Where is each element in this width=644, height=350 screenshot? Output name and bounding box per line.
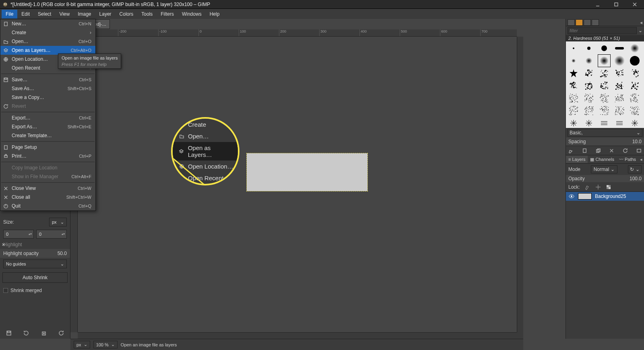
menu-tools[interactable]: Tools	[137, 10, 157, 19]
brush-filter-input[interactable]	[568, 27, 637, 34]
layer-name[interactable]: Background25	[595, 194, 626, 199]
menu-edit[interactable]: Edit	[17, 10, 34, 19]
brush-swatch[interactable]	[613, 117, 625, 129]
window-maximize-button[interactable]	[607, 0, 625, 9]
brush-swatch[interactable]	[583, 80, 595, 92]
brush-swatch[interactable]	[583, 105, 595, 117]
guides-select[interactable]: No guides⌄	[3, 259, 67, 268]
menu-view[interactable]: View	[55, 10, 74, 19]
brush-swatch[interactable]	[568, 117, 580, 129]
menu-item-close-view[interactable]: Close ViewCtrl+W	[0, 184, 95, 193]
duplicate-brush-icon[interactable]	[596, 148, 601, 153]
brush-swatch[interactable]	[583, 67, 595, 79]
brush-swatch[interactable]	[613, 80, 625, 92]
menu-item-new[interactable]: New…Ctrl+N	[0, 19, 95, 28]
edit-brush-icon[interactable]	[568, 148, 574, 153]
tab-layers[interactable]: ≡Layers	[566, 156, 588, 163]
window-close-button[interactable]	[625, 0, 644, 9]
lock-position-icon[interactable]	[595, 184, 601, 190]
tab-channels[interactable]: ▦Channels	[588, 156, 616, 163]
image-canvas[interactable]	[247, 153, 367, 191]
menu-item-open[interactable]: Open…Ctrl+O	[0, 37, 95, 46]
dock-menu-icon[interactable]: ◂	[640, 20, 642, 25]
spacing-value[interactable]: 10.0	[632, 139, 642, 144]
menu-item-save-as[interactable]: Save As…Shift+Ctrl+S	[0, 84, 95, 93]
brush-grid[interactable]	[566, 41, 644, 128]
menu-colors[interactable]: Colors	[116, 10, 138, 19]
status-unit-select[interactable]: px ⌄	[74, 341, 90, 348]
menu-item-create-template[interactable]: Create Template…	[0, 131, 95, 140]
brush-swatch[interactable]	[629, 67, 641, 79]
menu-item-export-as[interactable]: Export As…Shift+Ctrl+E	[0, 122, 95, 131]
brush-swatch[interactable]	[598, 105, 610, 117]
brush-swatch[interactable]	[583, 55, 595, 67]
delete-brush-icon[interactable]	[609, 148, 614, 153]
brush-swatch[interactable]	[629, 117, 641, 129]
size-unit-select[interactable]: px⌄	[49, 218, 67, 226]
close-dock-icon[interactable]: ✕	[2, 242, 5, 247]
blend-mode-select[interactable]: Normal⌄	[591, 165, 618, 173]
menu-help[interactable]: Help	[206, 10, 224, 19]
pos-x-input[interactable]: 0	[3, 230, 34, 239]
dock-tab-icon[interactable]	[584, 19, 591, 26]
new-brush-icon[interactable]	[582, 148, 587, 153]
menu-file[interactable]: File	[2, 10, 17, 19]
brush-swatch[interactable]	[629, 105, 641, 117]
horizontal-ruler[interactable]: -300-200-1000100200300400500600700	[78, 29, 517, 37]
horizontal-scrollbar[interactable]	[78, 332, 517, 339]
dock-menu-icon[interactable]: ◂	[640, 157, 644, 162]
lock-pixels-icon[interactable]	[585, 184, 590, 190]
dock-tab-icon[interactable]	[576, 19, 583, 26]
brush-swatch[interactable]	[583, 92, 595, 104]
canvas-viewport[interactable]: CreateOpen…Open as Layers…Open Location……	[78, 37, 517, 332]
brush-swatch[interactable]	[598, 92, 610, 104]
menu-layer[interactable]: Layer	[95, 10, 116, 19]
brush-swatch[interactable]	[613, 92, 625, 104]
brush-swatch[interactable]	[568, 67, 580, 79]
window-minimize-button[interactable]	[588, 0, 607, 9]
tab-paths[interactable]: 〰Paths	[617, 156, 638, 163]
visibility-eye-icon[interactable]	[568, 193, 575, 200]
auto-shrink-button[interactable]: Auto Shrink	[2, 272, 68, 283]
navigation-corner-icon[interactable]	[517, 332, 523, 339]
brush-swatch[interactable]	[568, 92, 580, 104]
dock-tab-icon[interactable]	[592, 19, 599, 26]
menu-item-page-setup[interactable]: Page Setup	[0, 143, 95, 152]
brush-swatch[interactable]	[613, 67, 625, 79]
brush-swatch[interactable]	[568, 55, 580, 67]
brush-swatch[interactable]	[568, 105, 580, 117]
brush-swatch[interactable]	[629, 55, 641, 67]
shrink-merged-checkbox[interactable]	[3, 288, 8, 293]
brush-swatch[interactable]	[568, 80, 580, 92]
brush-swatch[interactable]	[629, 92, 641, 104]
brush-swatch[interactable]	[613, 42, 625, 54]
vertical-scrollbar[interactable]	[517, 37, 523, 332]
status-zoom-select[interactable]: 100 % ⌄	[93, 341, 118, 348]
reset-options-icon[interactable]	[58, 330, 64, 336]
menu-windows[interactable]: Windows	[178, 10, 206, 19]
delete-options-icon[interactable]	[41, 330, 47, 336]
menu-select[interactable]: Select	[34, 10, 55, 19]
menu-item-export[interactable]: Export…Ctrl+E	[0, 113, 95, 122]
menu-filters[interactable]: Filters	[157, 10, 178, 19]
menu-item-save-a-copy[interactable]: Save a Copy…	[0, 93, 95, 102]
menu-image[interactable]: Image	[74, 10, 95, 19]
refresh-brush-icon[interactable]	[623, 148, 628, 153]
brush-swatch[interactable]	[613, 55, 625, 67]
brush-swatch[interactable]	[598, 67, 610, 79]
lock-alpha-icon[interactable]	[606, 184, 611, 190]
chevron-down-icon[interactable]: ⌄	[638, 28, 642, 33]
menu-item-create[interactable]: Create	[0, 28, 95, 37]
brush-swatch[interactable]	[568, 42, 580, 54]
pos-y-input[interactable]: 0	[36, 230, 67, 239]
menu-item-quit[interactable]: QuitCtrl+Q	[0, 202, 95, 210]
menu-item-print[interactable]: Print…Ctrl+P	[0, 152, 95, 161]
opacity-value[interactable]: 100.0	[630, 176, 642, 181]
restore-options-icon[interactable]	[23, 330, 29, 336]
brush-swatch[interactable]	[598, 80, 610, 92]
dock-tab-icon[interactable]	[568, 19, 575, 26]
mode-switch-button[interactable]: ↻⌄	[628, 165, 642, 173]
menu-item-save[interactable]: Save…Ctrl+S	[0, 75, 95, 84]
brush-swatch[interactable]	[598, 42, 610, 54]
brush-swatch[interactable]	[629, 80, 641, 92]
